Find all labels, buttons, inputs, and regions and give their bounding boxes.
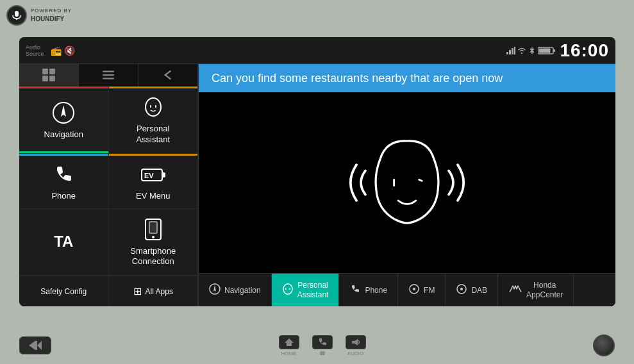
audio-button[interactable]: AUDIO [346,335,366,356]
clock-display: 16:00 [560,40,609,61]
signal-icons [506,47,556,54]
sidebar-tabs [19,64,198,87]
svg-point-24 [152,236,154,238]
nav-item-honda-appcenter[interactable]: HondaAppCenter [498,274,574,306]
navigation-label: Navigation [44,129,83,139]
nav-phone-icon [349,283,361,297]
svg-rect-0 [15,11,19,17]
svg-rect-8 [539,48,551,53]
svg-rect-25 [149,222,157,233]
bluetooth-icon [528,47,536,54]
voice-area [199,92,615,273]
right-content: Can you find some restaurants nearby tha… [199,64,615,306]
query-banner: Can you find some restaurants nearby tha… [199,64,615,92]
home-icon [279,335,299,349]
sidebar-bottom-safety-config[interactable]: Safety Config [19,276,109,306]
sidebar-item-personal-assistant[interactable]: PersonalAssistant [109,87,199,154]
audio-icon [346,335,366,349]
smartphone-label: SmartphoneConnection [130,246,176,268]
nav-item-phone[interactable]: Phone [339,274,398,306]
all-apps-icon: ⊞ [133,285,142,297]
bottom-nav: Navigation PersonalAssistant [199,273,615,306]
svg-rect-2 [506,52,508,54]
mute-icon: 🔇 [64,46,75,56]
svg-rect-37 [35,341,37,350]
nav-item-navigation[interactable]: Navigation [199,274,272,306]
ev-menu-icon: EV [140,161,166,187]
svg-rect-13 [103,71,114,72]
svg-rect-39 [352,341,355,343]
nav-item-personal-assistant[interactable]: PersonalAssistant [272,274,340,306]
svg-rect-4 [512,48,513,54]
prev-button[interactable] [19,336,51,354]
svg-rect-9 [42,69,48,74]
nav-honda-icon [508,283,522,297]
nav-dab-label: DAB [471,286,487,295]
svg-point-33 [413,288,415,290]
ev-menu-label: EV Menu [136,191,170,201]
svg-rect-12 [49,76,55,81]
radio-icon: 📻 [51,46,62,56]
voice-face-illustration [324,119,490,247]
phone-label: Phone [51,191,76,201]
svg-rect-21 [162,172,165,178]
sidebar-item-phone[interactable]: Phone [19,154,109,209]
nav-dab-icon [456,283,467,297]
personal-assistant-icon [140,94,166,120]
nav-honda-label: HondaAppCenter [526,281,563,299]
nav-navigation-icon [209,283,221,297]
sidebar-item-ev-menu[interactable]: EV EV Menu [109,154,199,209]
sidebar-item-navigation[interactable]: Navigation [19,87,109,154]
svg-point-17 [146,98,161,116]
svg-rect-11 [42,76,48,81]
houndify-mic-icon [6,5,27,26]
audio-source-label: Audio Source [26,44,44,57]
home-button[interactable]: HOME [279,335,299,356]
sidebar-bottom: Safety Config ⊞ All Apps [19,276,198,306]
phone-hw-icon [312,335,333,349]
sidebar-grid: Navigation PersonalAssistant [19,87,198,276]
safety-config-label: Safety Config [40,287,87,296]
navigation-icon [51,100,76,126]
center-buttons: HOME ☎ AUDIO [279,335,366,356]
query-text: Can you find some restaurants nearby tha… [212,72,503,85]
svg-rect-10 [49,69,55,74]
phone-hw-button[interactable]: ☎ [312,335,333,356]
nav-navigation-label: Navigation [224,286,261,295]
nav-fm-icon [408,283,420,297]
sidebar-item-ta[interactable]: TA [19,209,109,276]
sidebar-item-smartphone[interactable]: SmartphoneConnection [109,209,199,276]
main-content: Navigation PersonalAssistant [19,64,615,306]
nav-fm-label: FM [424,286,435,295]
nav-item-fm[interactable]: FM [398,274,446,306]
smartphone-icon [140,217,166,242]
houndify-text: POWERED BY HOUNDIFY [31,8,72,22]
sidebar-tab-back[interactable] [138,64,198,87]
svg-line-27 [419,179,422,181]
phone-icon [51,161,76,187]
ta-label: TA [54,233,73,251]
battery-icon [538,47,556,54]
nav-personal-assistant-icon [282,283,294,297]
sidebar: Navigation PersonalAssistant [19,64,199,306]
svg-marker-38 [37,341,42,350]
status-bar: Audio Source 📻 🔇 [19,37,615,64]
nav-item-dab[interactable]: DAB [446,274,498,306]
sidebar-tab-grid[interactable] [19,64,79,87]
signal-strength-icon [506,47,515,54]
svg-marker-36 [29,341,35,350]
status-icons: 📻 🔇 [51,46,507,56]
sidebar-bottom-all-apps[interactable]: ⊞ All Apps [109,276,199,306]
sidebar-tab-menu[interactable] [79,64,138,87]
svg-rect-14 [103,74,114,76]
status-right: 16:00 [506,40,609,61]
volume-knob[interactable] [593,335,615,356]
main-screen: Audio Source 📻 🔇 [19,37,615,306]
wifi-icon [517,47,526,54]
nav-phone-label: Phone [365,286,387,295]
svg-rect-5 [514,47,515,54]
svg-rect-15 [103,78,114,79]
houndify-badge: POWERED BY HOUNDIFY [6,5,72,26]
svg-point-29 [283,284,292,294]
svg-point-35 [460,288,463,290]
